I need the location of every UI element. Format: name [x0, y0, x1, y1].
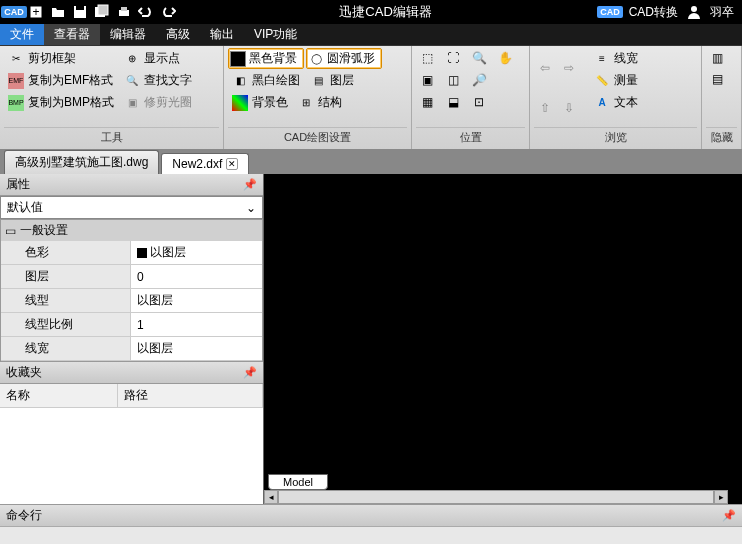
- bmp-icon: BMP: [8, 95, 24, 111]
- text-button[interactable]: A文本: [590, 92, 642, 113]
- favorites-header: 收藏夹 📌: [0, 362, 263, 384]
- cad-convert-button[interactable]: CAD转换: [629, 4, 678, 21]
- menu-file[interactable]: 文件: [0, 24, 44, 45]
- pin-icon[interactable]: 📌: [722, 509, 736, 522]
- zoom-window-icon[interactable]: ⬚: [416, 48, 438, 68]
- hide-icon-2[interactable]: ▤: [706, 69, 728, 89]
- ribbon-group-tools-label: 工具: [4, 127, 219, 147]
- user-name[interactable]: 羽卒: [710, 4, 734, 21]
- ribbon-group-tools: ✂剪切框架 EMF复制为EMF格式 BMP复制为BMP格式 ⊕显示点 🔍查找文字…: [0, 46, 224, 149]
- select-icon[interactable]: ⬓: [442, 92, 464, 112]
- menu-vip[interactable]: VIP功能: [244, 24, 307, 45]
- command-line-panel: 命令行 📌: [0, 504, 742, 544]
- document-tabs: 高级别墅建筑施工图.dwg New2.dxf✕: [0, 150, 742, 174]
- close-icon[interactable]: ✕: [226, 158, 238, 170]
- print-icon[interactable]: [114, 2, 134, 22]
- ribbon-group-hide: ▥ ▤ 隐藏: [702, 46, 742, 149]
- prop-section-general[interactable]: ▭一般设置: [1, 220, 262, 241]
- properties-grid: ▭一般设置 色彩以图层 图层0 线型以图层 线型比例1 线宽以图层: [0, 219, 263, 362]
- pan-icon[interactable]: ✋: [494, 48, 516, 68]
- center-icon[interactable]: ⊡: [468, 92, 490, 112]
- app-title: 迅捷CAD编辑器: [182, 3, 589, 21]
- prop-row-linewidth[interactable]: 线宽以图层: [1, 337, 262, 361]
- prop-row-color[interactable]: 色彩以图层: [1, 241, 262, 265]
- doctab-1[interactable]: 高级别墅建筑施工图.dwg: [4, 150, 159, 174]
- ribbon-group-browse-label: 浏览: [534, 127, 697, 147]
- black-bg-icon: [230, 51, 246, 67]
- cad-badge: CAD: [597, 6, 623, 18]
- drawing-viewport[interactable]: Model ◂ ▸: [264, 174, 742, 504]
- clip-icon: ✂: [8, 51, 24, 67]
- fav-col-name[interactable]: 名称: [0, 384, 118, 407]
- svg-point-8: [691, 6, 697, 12]
- command-line-header: 命令行 📌: [0, 505, 742, 527]
- new-icon[interactable]: +: [26, 2, 46, 22]
- nav-up-icon: ⇧: [534, 98, 556, 118]
- find-text-button[interactable]: 🔍查找文字: [120, 70, 196, 91]
- nav-down-icon: ⇩: [558, 98, 580, 118]
- menu-advanced[interactable]: 高级: [156, 24, 200, 45]
- save-icon[interactable]: [70, 2, 90, 22]
- color-swatch-icon: [137, 248, 147, 258]
- nav-left-icon: ⇦: [534, 58, 556, 78]
- prop-row-layer[interactable]: 图层0: [1, 265, 262, 289]
- measure-button[interactable]: 📏测量: [590, 70, 642, 91]
- ribbon-group-cad-label: CAD绘图设置: [228, 127, 407, 147]
- ribbon-group-position-label: 位置: [416, 127, 525, 147]
- menu-output[interactable]: 输出: [200, 24, 244, 45]
- bg-color-button[interactable]: 背景色: [228, 92, 292, 113]
- zoom-all-icon[interactable]: ◫: [442, 70, 464, 90]
- scroll-track[interactable]: [278, 490, 714, 504]
- undo-icon[interactable]: [136, 2, 156, 22]
- main-area: 属性 📌 默认值 ⌄ ▭一般设置 色彩以图层 图层0 线型以图层 线型比例1 线…: [0, 174, 742, 504]
- show-point-button[interactable]: ⊕显示点: [120, 48, 196, 69]
- black-bg-toggle[interactable]: 黑色背景: [228, 48, 304, 69]
- hide-icon-1[interactable]: ▥: [706, 48, 728, 68]
- layer-icon: ▤: [310, 73, 326, 89]
- emf-icon: EMF: [8, 73, 24, 89]
- ribbon-group-position: ⬚ ⛶ 🔍 ✋ ▣ ◫ 🔎 ▦ ⬓ ⊡ 位置: [412, 46, 530, 149]
- nav-right-icon: ⇨: [558, 58, 580, 78]
- open-icon[interactable]: [48, 2, 68, 22]
- doctab-2[interactable]: New2.dxf✕: [161, 153, 249, 174]
- fav-col-path[interactable]: 路径: [118, 384, 263, 407]
- layer-button[interactable]: ▤图层: [306, 70, 358, 91]
- model-tab[interactable]: Model: [268, 474, 328, 490]
- zoom-in-icon[interactable]: 🔍: [468, 48, 490, 68]
- arc-icon: ◯: [308, 51, 324, 67]
- trim-aperture-button: ▣修剪光圈: [120, 92, 196, 113]
- user-icon[interactable]: [684, 2, 704, 22]
- scroll-right-icon[interactable]: ▸: [714, 490, 728, 504]
- linewidth-button[interactable]: ≡线宽: [590, 48, 642, 69]
- copy-emf-button[interactable]: EMF复制为EMF格式: [4, 70, 118, 91]
- bw-draw-button[interactable]: ◧黑白绘图: [228, 70, 304, 91]
- svg-text:+: +: [32, 5, 39, 19]
- zoom-fit-icon[interactable]: ▣: [416, 70, 438, 90]
- redo-icon[interactable]: [158, 2, 178, 22]
- zoom-out-icon[interactable]: 🔎: [468, 70, 490, 90]
- copy-bmp-button[interactable]: BMP复制为BMP格式: [4, 92, 118, 113]
- default-value-select[interactable]: 默认值 ⌄: [0, 196, 263, 219]
- prop-row-linescale[interactable]: 线型比例1: [1, 313, 262, 337]
- prop-row-linetype[interactable]: 线型以图层: [1, 289, 262, 313]
- trim-icon: ▣: [124, 95, 140, 111]
- zoom-extents-icon[interactable]: ⛶: [442, 48, 464, 68]
- horizontal-scrollbar[interactable]: ◂ ▸: [264, 490, 728, 504]
- svg-rect-5: [98, 5, 108, 15]
- bgcolor-icon: [232, 95, 248, 111]
- pin-icon[interactable]: 📌: [243, 366, 257, 379]
- collapse-icon: ▭: [5, 224, 16, 238]
- region-icon[interactable]: ▦: [416, 92, 438, 112]
- ribbon-group-hide-label: 隐藏: [706, 127, 737, 147]
- menu-viewer[interactable]: 查看器: [44, 24, 100, 45]
- scroll-left-icon[interactable]: ◂: [264, 490, 278, 504]
- pin-icon[interactable]: 📌: [243, 178, 257, 191]
- menu-editor[interactable]: 编辑器: [100, 24, 156, 45]
- save-all-icon[interactable]: [92, 2, 112, 22]
- structure-button[interactable]: ⊞结构: [294, 92, 346, 113]
- clip-frame-button[interactable]: ✂剪切框架: [4, 48, 118, 69]
- chevron-down-icon: ⌄: [246, 201, 256, 215]
- left-panel: 属性 📌 默认值 ⌄ ▭一般设置 色彩以图层 图层0 线型以图层 线型比例1 线…: [0, 174, 264, 504]
- svg-rect-3: [76, 6, 84, 10]
- smooth-arc-toggle[interactable]: ◯圆滑弧形: [306, 48, 382, 69]
